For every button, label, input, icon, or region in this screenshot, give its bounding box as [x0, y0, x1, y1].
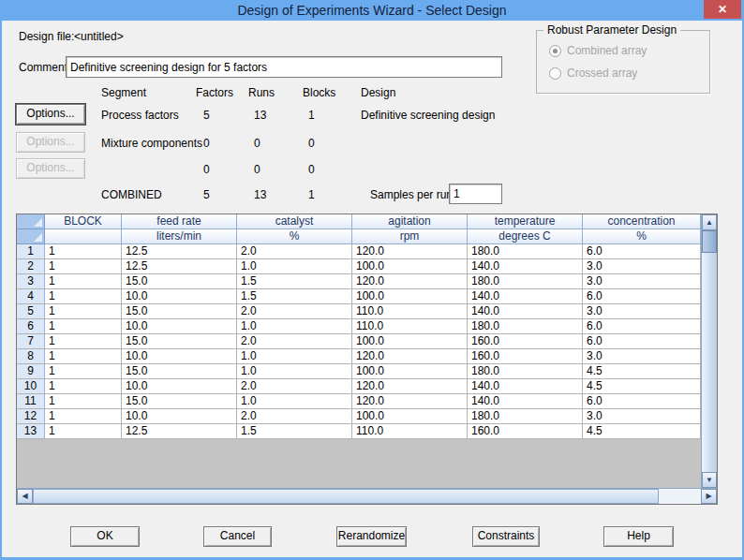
grid-cell[interactable]: 3.0 — [583, 409, 701, 424]
grid-cell[interactable]: 2.0 — [237, 409, 352, 424]
grid-cell[interactable]: 140.0 — [468, 289, 583, 304]
cancel-button[interactable]: Cancel — [203, 526, 272, 547]
horizontal-scrollbar[interactable]: ◀ ▶ — [17, 488, 717, 504]
grid-cell[interactable]: 1.5 — [237, 289, 352, 304]
grid-cell[interactable]: 2.0 — [237, 334, 352, 349]
grid-cell[interactable]: 1.0 — [237, 364, 352, 379]
process-factors-options-button[interactable]: Options... — [16, 104, 85, 125]
grid-cell[interactable]: 4.5 — [583, 424, 701, 439]
column-unit-agitation[interactable]: rpm — [352, 229, 468, 244]
grid-cell[interactable]: 180.0 — [468, 274, 583, 289]
grid-cell[interactable]: 12.5 — [122, 259, 237, 274]
grid-cell[interactable]: 180.0 — [468, 409, 583, 424]
grid-cell[interactable]: 100.0 — [352, 409, 468, 424]
grid-cell[interactable]: 160.0 — [468, 349, 583, 364]
crossed-array-option[interactable]: Crossed array — [549, 66, 637, 80]
grid-cell[interactable]: 15.0 — [122, 334, 237, 349]
grid-cell[interactable]: 15.0 — [122, 394, 237, 409]
grid-cell[interactable]: 1 — [45, 319, 122, 334]
grid-cell[interactable]: 1 — [45, 394, 122, 409]
row-number[interactable]: 4 — [17, 289, 45, 304]
grid-cell[interactable]: 3.0 — [583, 349, 701, 364]
grid-cell[interactable]: 120.0 — [352, 274, 468, 289]
grid-cell[interactable]: 10.0 — [122, 349, 237, 364]
column-header-catalyst[interactable]: catalyst — [237, 214, 352, 229]
grid-cell[interactable]: 4.5 — [583, 364, 701, 379]
scroll-down-button[interactable]: ▼ — [702, 472, 717, 488]
grid-cell[interactable]: 1 — [45, 424, 122, 439]
samples-per-run-input[interactable] — [449, 184, 502, 204]
scroll-right-button[interactable]: ▶ — [701, 489, 717, 504]
grid-cell[interactable]: 3.0 — [583, 274, 701, 289]
grid-cell[interactable]: 6.0 — [583, 244, 701, 259]
grid-cell[interactable]: 110.0 — [352, 424, 468, 439]
grid-cell[interactable]: 1 — [45, 364, 122, 379]
grid-cell[interactable]: 160.0 — [468, 334, 583, 349]
scroll-left-button[interactable]: ◀ — [17, 489, 33, 504]
grid-cell[interactable]: 15.0 — [122, 304, 237, 319]
grid-cell[interactable]: 160.0 — [468, 424, 583, 439]
grid-cell[interactable]: 2.0 — [237, 244, 352, 259]
grid-cell[interactable]: 10.0 — [122, 379, 237, 394]
select-all-corner[interactable] — [17, 214, 45, 229]
combined-array-option[interactable]: Combined array — [549, 44, 647, 57]
grid-cell[interactable]: 10.0 — [122, 289, 237, 304]
grid-cell[interactable]: 4.5 — [583, 379, 701, 394]
column-header-temperature[interactable]: temperature — [468, 214, 583, 229]
grid-cell[interactable]: 3.0 — [583, 259, 701, 274]
row-number[interactable]: 13 — [17, 424, 45, 439]
column-unit-BLOCK[interactable] — [45, 229, 122, 244]
horizontal-scroll-thumb[interactable] — [33, 489, 659, 504]
column-unit-concentration[interactable]: % — [583, 229, 701, 244]
grid-cell[interactable]: 180.0 — [468, 244, 583, 259]
grid-cell[interactable]: 1 — [45, 304, 122, 319]
row-number[interactable]: 7 — [17, 334, 45, 349]
column-unit-temperature[interactable]: degrees C — [468, 229, 583, 244]
select-all-corner[interactable] — [17, 229, 45, 244]
mixture-options-button[interactable]: Options... — [16, 132, 85, 153]
third-segment-options-button[interactable]: Options... — [16, 158, 85, 179]
grid-cell[interactable]: 120.0 — [352, 394, 468, 409]
grid-cell[interactable]: 1 — [45, 259, 122, 274]
row-number[interactable]: 3 — [17, 274, 45, 289]
column-unit-catalyst[interactable]: % — [237, 229, 352, 244]
grid-cell[interactable]: 120.0 — [352, 244, 468, 259]
grid-cell[interactable]: 180.0 — [468, 364, 583, 379]
grid-cell[interactable]: 15.0 — [122, 274, 237, 289]
row-number[interactable]: 2 — [17, 259, 45, 274]
row-number[interactable]: 10 — [17, 379, 45, 394]
column-header-agitation[interactable]: agitation — [352, 214, 468, 229]
row-number[interactable]: 9 — [17, 364, 45, 379]
grid-cell[interactable]: 6.0 — [583, 394, 701, 409]
grid-cell[interactable]: 6.0 — [583, 319, 701, 334]
grid-cell[interactable]: 140.0 — [468, 304, 583, 319]
grid-cell[interactable]: 15.0 — [122, 364, 237, 379]
grid-cell[interactable]: 100.0 — [352, 334, 468, 349]
grid-cell[interactable]: 10.0 — [122, 409, 237, 424]
grid-cell[interactable]: 140.0 — [468, 394, 583, 409]
grid-cell[interactable]: 1 — [45, 244, 122, 259]
grid-cell[interactable]: 2.0 — [237, 304, 352, 319]
grid-cell[interactable]: 3.0 — [583, 304, 701, 319]
grid-cell[interactable]: 1 — [45, 379, 122, 394]
column-header-BLOCK[interactable]: BLOCK — [45, 214, 122, 229]
grid-cell[interactable]: 1 — [45, 274, 122, 289]
row-number[interactable]: 1 — [17, 244, 45, 259]
grid-cell[interactable]: 120.0 — [352, 349, 468, 364]
comment-input[interactable] — [66, 56, 502, 78]
grid-cell[interactable]: 1.0 — [237, 259, 352, 274]
grid-cell[interactable]: 6.0 — [583, 334, 701, 349]
grid-cell[interactable]: 1 — [45, 289, 122, 304]
row-number[interactable]: 6 — [17, 319, 45, 334]
grid-cell[interactable]: 140.0 — [468, 259, 583, 274]
grid-cell[interactable]: 100.0 — [352, 364, 468, 379]
ok-button[interactable]: OK — [70, 526, 140, 547]
grid-cell[interactable]: 1.0 — [237, 349, 352, 364]
row-number[interactable]: 5 — [17, 304, 45, 319]
grid-cell[interactable]: 12.5 — [122, 424, 237, 439]
column-unit-feed-rate[interactable]: liters/min — [122, 229, 237, 244]
grid-cell[interactable]: 140.0 — [468, 379, 583, 394]
grid-cell[interactable]: 1.0 — [237, 394, 352, 409]
column-header-concentration[interactable]: concentration — [583, 214, 701, 229]
grid-cell[interactable]: 110.0 — [352, 304, 468, 319]
